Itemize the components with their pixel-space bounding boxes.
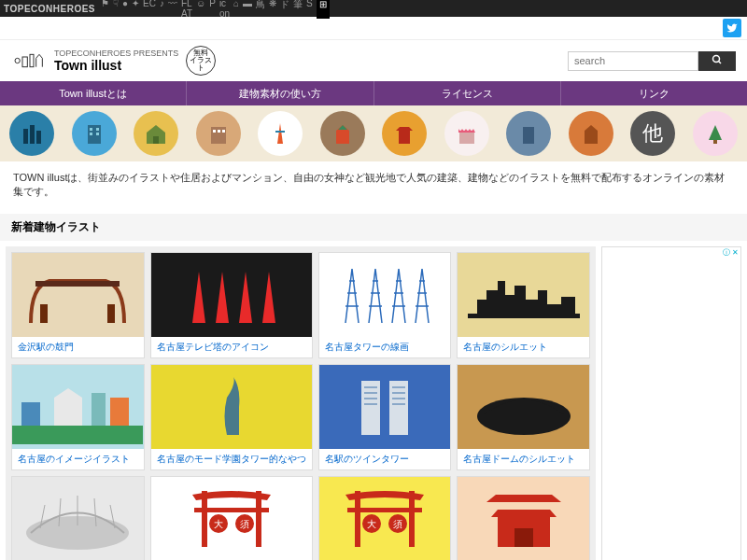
svg-rect-5 bbox=[23, 129, 28, 144]
svg-rect-50 bbox=[194, 508, 269, 512]
svg-rect-13 bbox=[153, 136, 159, 144]
svg-rect-11 bbox=[90, 133, 92, 135]
cat-nature[interactable] bbox=[693, 111, 738, 156]
d-icon[interactable]: ド bbox=[280, 0, 289, 19]
content-wrap: 金沢駅の鼓門 名古屋テレビ塔のアイコン 名古屋タワーの線画 名古屋のシルエット … bbox=[0, 241, 747, 560]
item-card[interactable]: 名古屋ドームのシルエット bbox=[457, 364, 590, 470]
search-icon bbox=[712, 54, 723, 65]
car-icon[interactable]: ▬ bbox=[243, 0, 252, 19]
face-icon[interactable]: ☺ bbox=[196, 0, 205, 19]
item-card[interactable] bbox=[11, 476, 145, 560]
svg-rect-40 bbox=[392, 403, 405, 405]
ad-label[interactable]: ⓘ ✕ bbox=[721, 247, 740, 258]
search-input[interactable] bbox=[568, 51, 698, 71]
ad-sidebar[interactable]: ⓘ ✕ bbox=[601, 246, 741, 560]
item-card[interactable]: 名古屋のモード学園タワー的なやつ bbox=[150, 364, 313, 470]
svg-rect-57 bbox=[347, 508, 422, 512]
chat-icon[interactable]: ● bbox=[122, 0, 128, 19]
search-button[interactable] bbox=[698, 51, 736, 71]
cat-shop[interactable] bbox=[444, 111, 489, 156]
svg-rect-20 bbox=[459, 133, 474, 144]
svg-rect-28 bbox=[92, 393, 106, 430]
item-card[interactable]: 名古屋テレビ塔のアイコン bbox=[150, 252, 313, 358]
note-icon[interactable]: ♪ bbox=[160, 0, 164, 19]
cat-tower[interactable] bbox=[258, 111, 303, 156]
svg-rect-29 bbox=[110, 398, 129, 430]
bird-icon[interactable]: 鳥 bbox=[256, 0, 265, 19]
cat-city[interactable] bbox=[9, 111, 54, 156]
category-row: 他 bbox=[0, 105, 747, 161]
grid-icon[interactable]: ⊞ bbox=[317, 0, 330, 19]
nav-about[interactable]: Town illustとは bbox=[0, 81, 187, 105]
svg-rect-24 bbox=[40, 304, 48, 323]
svg-rect-6 bbox=[30, 125, 35, 144]
nav-license[interactable]: ライセンス bbox=[374, 81, 561, 105]
svg-rect-12 bbox=[96, 133, 99, 135]
s-icon[interactable]: S bbox=[306, 0, 313, 19]
social-row bbox=[0, 17, 747, 40]
item-title: 名駅のツインタワー bbox=[319, 449, 451, 469]
item-card[interactable] bbox=[457, 476, 590, 560]
svg-text:須: 須 bbox=[393, 519, 402, 529]
svg-text:須: 須 bbox=[240, 519, 249, 529]
item-card[interactable]: 金沢駅の鼓門 bbox=[11, 252, 145, 358]
topbar-icons: ⚑ ☟ ● ✦ EC ♪ 〰 FLAT ☺ P icon ⌂ ▬ 鳥 ❋ ド 筆… bbox=[101, 0, 330, 19]
topbar: TOPECONHEROES ⚑ ☟ ● ✦ EC ♪ 〰 FLAT ☺ P ic… bbox=[0, 0, 747, 17]
flat-icon[interactable]: FLAT bbox=[181, 0, 192, 19]
svg-line-4 bbox=[719, 61, 722, 63]
item-card[interactable]: 大須 bbox=[318, 476, 452, 560]
svg-rect-7 bbox=[36, 131, 41, 144]
item-card[interactable]: 名古屋のシルエット bbox=[457, 252, 590, 358]
cat-other[interactable]: 他 bbox=[630, 111, 675, 156]
cat-temple[interactable] bbox=[382, 111, 427, 156]
cat-house[interactable] bbox=[134, 111, 178, 156]
main-nav: Town illustとは 建物素材の使い方 ライセンス リンク bbox=[0, 81, 747, 105]
cat-building[interactable] bbox=[72, 111, 117, 156]
svg-rect-26 bbox=[35, 281, 120, 287]
svg-rect-63 bbox=[514, 528, 533, 547]
item-title: 名古屋のモード学園タワー的なやつ bbox=[151, 449, 312, 469]
twitter-icon[interactable] bbox=[723, 19, 741, 37]
wave-icon[interactable]: 〰 bbox=[168, 0, 177, 19]
svg-text:大: 大 bbox=[214, 519, 223, 529]
item-card[interactable]: 大須 bbox=[150, 476, 313, 560]
item-card[interactable]: 名駅のツインタワー bbox=[318, 364, 452, 470]
hand-icon[interactable]: ☟ bbox=[113, 0, 119, 19]
item-title: 名古屋のシルエット bbox=[458, 337, 589, 357]
svg-rect-18 bbox=[275, 131, 285, 133]
cat-castle[interactable] bbox=[320, 111, 365, 156]
svg-point-0 bbox=[15, 58, 20, 63]
svg-rect-10 bbox=[96, 128, 99, 131]
free-badge: 無料 イラスト bbox=[186, 46, 216, 76]
svg-rect-37 bbox=[392, 386, 405, 388]
description: TOWN illustは、街並みのイラストや住居およびマンション、自由の女神など… bbox=[0, 161, 747, 208]
gear-icon[interactable]: ❋ bbox=[269, 0, 276, 19]
item-title: 名古屋タワーの線画 bbox=[319, 337, 451, 357]
nav-howto[interactable]: 建物素材の使い方 bbox=[187, 81, 374, 105]
p-icon[interactable]: P bbox=[209, 0, 216, 19]
svg-rect-16 bbox=[218, 130, 220, 133]
svg-rect-21 bbox=[523, 127, 534, 144]
header: TOPECONHEROES PRESENTS Town illust 無料 イラ… bbox=[0, 40, 747, 81]
cat-apartment[interactable] bbox=[196, 111, 241, 156]
item-title: 金沢駅の鼓門 bbox=[12, 337, 144, 357]
house-icon[interactable]: ⌂ bbox=[233, 0, 239, 19]
svg-rect-14 bbox=[211, 127, 226, 144]
icon-icon[interactable]: icon bbox=[219, 0, 230, 19]
svg-rect-23 bbox=[713, 140, 717, 144]
star-icon[interactable]: ✦ bbox=[132, 0, 139, 19]
ec-icon[interactable]: EC bbox=[143, 0, 156, 19]
svg-rect-31 bbox=[361, 381, 380, 435]
cat-office[interactable] bbox=[506, 111, 551, 156]
item-card[interactable]: 名古屋タワーの線画 bbox=[318, 252, 452, 358]
svg-point-3 bbox=[713, 55, 720, 62]
svg-rect-36 bbox=[364, 403, 377, 405]
cat-school[interactable] bbox=[569, 111, 613, 156]
svg-rect-19 bbox=[399, 131, 410, 144]
logo[interactable]: TOPECONHEROES PRESENTS Town illust bbox=[11, 47, 178, 75]
brush-icon[interactable]: 筆 bbox=[293, 0, 303, 19]
flag-icon[interactable]: ⚑ bbox=[101, 0, 109, 19]
item-card[interactable]: 名古屋のイメージイラスト bbox=[11, 364, 145, 470]
nav-links[interactable]: リンク bbox=[561, 81, 747, 105]
search bbox=[568, 51, 736, 71]
